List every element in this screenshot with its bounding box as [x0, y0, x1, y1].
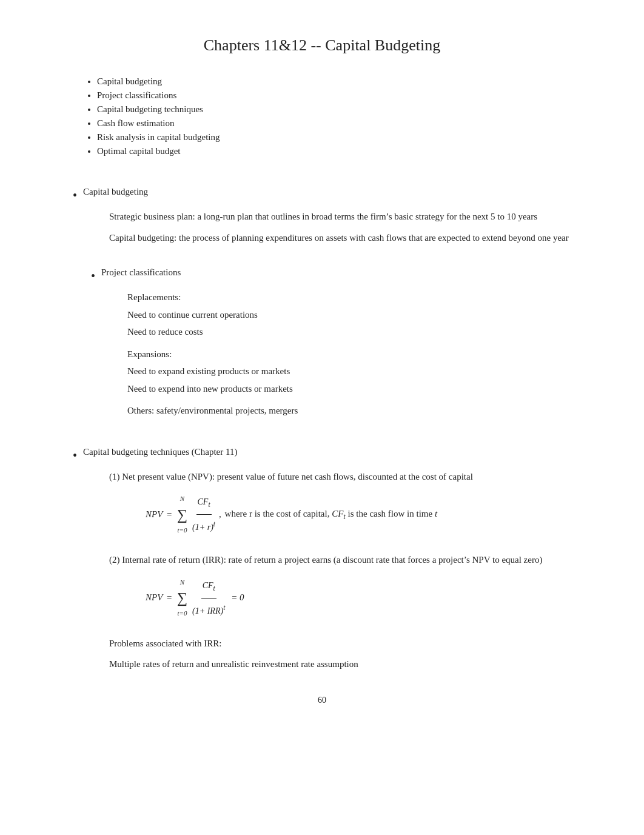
sigma-top: N: [180, 491, 184, 508]
problems-text: Multiple rates of return and unrealistic…: [109, 657, 571, 671]
bullet-icon-1: •: [73, 187, 77, 204]
toc-item-5: Risk analysis in capital budgeting: [97, 132, 571, 143]
techniques-content: (1) Net present value (NPV): present val…: [109, 470, 571, 671]
npv-formula-block: NPV = N ∑ t=0 CFt (1+ r)t , where r is t…: [146, 491, 571, 538]
replacements-item-1: Need to continue current operations: [127, 308, 571, 322]
problems-heading: Problems associated with IRR:: [109, 637, 571, 651]
replacements-item-2: Need to reduce costs: [127, 325, 571, 339]
expansions-content: Expansions: Need to expand existing prod…: [127, 347, 571, 396]
irr-sigma-bottom: t=0: [178, 605, 187, 622]
npv-denominator: (1+ r)t: [191, 515, 216, 538]
npv-desc: where r is the cost of capital, CFt is t…: [225, 503, 438, 526]
toc-item-1: Capital budgeting: [97, 76, 571, 87]
others-text: Others: safety/environmental projects, m…: [127, 404, 571, 418]
irr-lhs: NPV: [146, 586, 163, 609]
project-classifications-title: Project classifications: [101, 267, 181, 278]
toc-item-6: Optimal capital budget: [97, 146, 571, 156]
capital-budgeting-header: • Capital budgeting: [73, 187, 571, 204]
toc-list: Capital budgeting Project classification…: [73, 76, 571, 156]
npv-equals: =: [164, 503, 175, 526]
capital-budgeting-title: Capital budgeting: [83, 187, 148, 197]
techniques-header: • Capital budgeting techniques (Chapter …: [73, 447, 571, 464]
replacements-heading: Replacements:: [127, 290, 571, 304]
expansions-heading: Expansions:: [127, 347, 571, 361]
bullet-icon-3: •: [73, 447, 77, 464]
bullet-icon-2: •: [91, 267, 95, 284]
capital-budgeting-content: Strategic business plan: a long-run plan…: [109, 210, 571, 244]
irr-numerator: CFt: [201, 575, 216, 599]
irr-formula-block: NPV = N ∑ t=0 CFt (1+ IRR)t = 0: [146, 574, 571, 622]
toc-item-2: Project classifications: [97, 90, 571, 101]
irr-zero: = 0: [229, 586, 244, 609]
npv-numerator: CFt: [196, 491, 212, 515]
npv-comma: ,: [219, 503, 224, 526]
page: Chapters 11&12 -- Capital Budgeting Capi…: [0, 0, 644, 835]
irr-sigma-symbol: ∑: [177, 591, 187, 605]
section-techniques: • Capital budgeting techniques (Chapter …: [73, 447, 571, 671]
npv-formula: NPV = N ∑ t=0 CFt (1+ r)t , where r is t…: [146, 491, 571, 538]
sigma-bottom: t=0: [178, 522, 187, 539]
capital-budgeting-para-1: Strategic business plan: a long-run plan…: [109, 210, 571, 224]
npv-fraction: CFt (1+ r)t: [191, 491, 216, 538]
project-classifications-content: Replacements: Need to continue current o…: [127, 290, 571, 339]
section-project-classifications: • Project classifications Replacements: …: [73, 267, 571, 418]
irr-equals: =: [164, 586, 175, 609]
capital-budgeting-para-2: Capital budgeting: the process of planni…: [109, 231, 571, 245]
toc-item-3: Capital budgeting techniques: [97, 104, 571, 115]
npv-lhs: NPV: [146, 503, 163, 526]
irr-denominator: (1+ IRR)t: [191, 599, 226, 622]
irr-sigma-top: N: [180, 574, 184, 591]
sigma-symbol: ∑: [177, 508, 187, 522]
irr-intro: (2) Internal rate of return (IRR): rate …: [109, 553, 571, 567]
page-title: Chapters 11&12 -- Capital Budgeting: [73, 36, 571, 55]
techniques-title: Capital budgeting techniques (Chapter 11…: [83, 447, 237, 457]
expansions-item-2: Need to expend into new products or mark…: [127, 382, 571, 396]
toc-item-4: Cash flow estimation: [97, 118, 571, 129]
expansions-item-1: Need to expand existing products or mark…: [127, 364, 571, 378]
section-capital-budgeting: • Capital budgeting Strategic business p…: [73, 187, 571, 244]
page-number: 60: [73, 696, 571, 705]
project-classifications-header: • Project classifications: [91, 267, 571, 284]
npv-intro: (1) Net present value (NPV): present val…: [109, 470, 571, 484]
irr-formula: NPV = N ∑ t=0 CFt (1+ IRR)t = 0: [146, 574, 571, 622]
irr-fraction: CFt (1+ IRR)t: [191, 575, 226, 622]
others-content: Others: safety/environmental projects, m…: [127, 404, 571, 418]
